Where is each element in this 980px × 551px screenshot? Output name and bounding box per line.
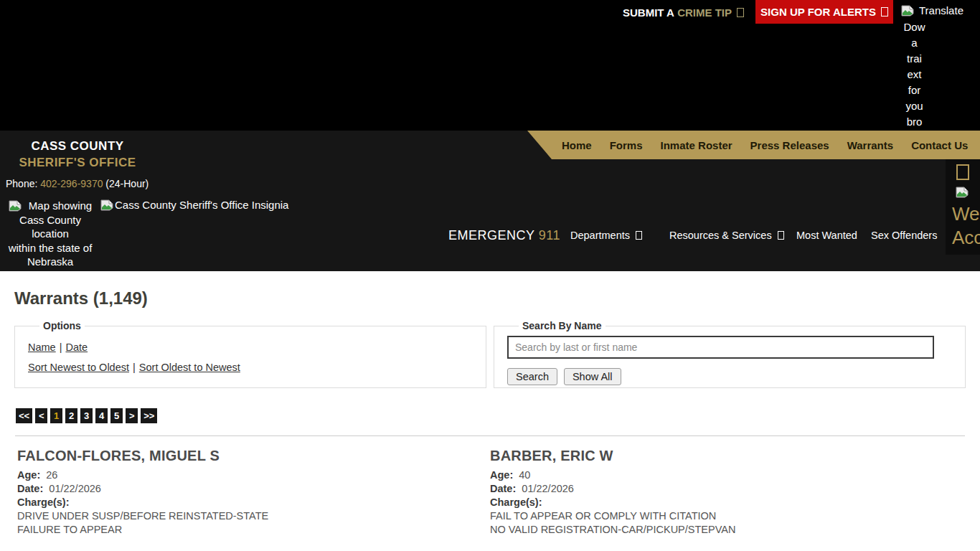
sort-field-row: Name|Date	[28, 342, 473, 353]
phone-label: Phone:	[6, 178, 37, 189]
warrant-date-row: Date: 01/22/2026	[17, 482, 490, 496]
warrant-age-row: Age: 40	[490, 468, 963, 482]
emergency-number: 911	[539, 228, 560, 242]
age-label: Age:	[17, 469, 40, 481]
translate-alt-line: ext	[901, 67, 928, 83]
translate-button[interactable]: Translate	[901, 4, 979, 17]
submit-crime-tip-prefix: SUBMIT A	[623, 6, 674, 19]
search-icon[interactable]	[956, 164, 969, 180]
submit-crime-tip-accent: CRIME TIP	[677, 6, 732, 19]
submit-crime-tip-link[interactable]: SUBMIT A CRIME TIP	[623, 6, 744, 19]
translate-alt-line: trai	[901, 51, 928, 67]
broken-image-icon	[901, 5, 914, 17]
age-label: Age:	[490, 469, 513, 481]
date-value: 01/22/2026	[522, 483, 574, 494]
warrant-charges-label-row: Charge(s):	[490, 496, 963, 509]
translate-alt-line: for	[901, 83, 928, 98]
warrant-charges-label-row: Charge(s):	[17, 496, 490, 509]
nav-item-home[interactable]: Home	[562, 139, 592, 151]
search-input[interactable]	[507, 336, 934, 359]
charge-line: NO VALID REGISTRATION-CAR/PICKUP/STEPVAN	[490, 523, 963, 537]
dropdown-caret-icon	[778, 231, 784, 240]
warrant-name: BARBER, ERIC W	[490, 448, 963, 464]
age-value: 40	[519, 469, 530, 481]
pagination-page-1[interactable]: 1	[50, 408, 62, 423]
pagination-last[interactable]: >>	[141, 408, 157, 423]
nav-item-inmate-roster[interactable]: Inmate Roster	[661, 139, 732, 151]
translate-alt-text: Dow a trai ext for you bro	[901, 19, 928, 130]
warrant-date-row: Date: 01/22/2026	[490, 482, 963, 496]
warrant-entry: FALCON-FLORES, MIGUEL S Age: 26 Date: 01…	[17, 441, 490, 537]
emergency-label: EMERGENCY	[448, 228, 534, 242]
translate-widget: Translate Dow a trai ext for you bro	[901, 4, 979, 130]
resources-label: Resources & Services	[669, 230, 772, 241]
pagination-page-4[interactable]: 4	[95, 408, 108, 423]
charge-line: FAIL TO APPEAR OR COMPLY WITH CITATION	[490, 509, 963, 523]
pagination-page-5[interactable]: 5	[110, 408, 123, 423]
warrant-name: FALCON-FLORES, MIGUEL S	[17, 448, 490, 464]
sign-up-for-alerts-button[interactable]: SIGN UP FOR ALERTS	[755, 0, 893, 24]
page: SUBMIT A CRIME TIP SIGN UP FOR ALERTS Tr…	[0, 0, 980, 551]
options-fieldset: Options Name|Date Sort Newest to Oldest|…	[14, 320, 486, 388]
sort-newest-link[interactable]: Sort Newest to Oldest	[28, 362, 129, 373]
pagination-prev[interactable]: <	[35, 408, 47, 423]
brand-county-name: CASS COUNTY	[6, 139, 149, 154]
nav-item-forms[interactable]: Forms	[610, 139, 643, 151]
translate-alt-line: you	[901, 98, 928, 114]
sort-by-name-link[interactable]: Name	[28, 342, 56, 353]
sort-by-date-link[interactable]: Date	[65, 342, 88, 353]
departments-label: Departments	[570, 230, 630, 241]
accessibility-line: Web	[952, 202, 980, 226]
charge-line: DRIVE UNDER SUSP/BEFORE REINSTATED-STATE	[17, 509, 490, 523]
dropdown-caret-icon	[636, 231, 642, 240]
web-accessibility-link[interactable]: Web Accessibility	[946, 202, 980, 250]
nav-item-warrants[interactable]: Warrants	[847, 139, 893, 151]
show-all-button[interactable]: Show All	[564, 368, 621, 385]
list-divider	[15, 435, 965, 436]
map-alt-line: Nebraska	[0, 269, 100, 283]
pagination: << < 1 2 3 4 5 > >>	[16, 408, 980, 423]
charges-label: Charge(s):	[17, 496, 70, 508]
warrant-entry: BARBER, ERIC W Age: 40 Date: 01/22/2026 …	[490, 441, 963, 537]
nav-item-resources-services[interactable]: Resources & Services	[669, 230, 784, 241]
site-brand[interactable]: CASS COUNTY SHERIFF'S OFFICE	[6, 139, 149, 170]
map-alt-line: Nebraska	[0, 255, 100, 269]
nav-item-departments[interactable]: Departments	[570, 230, 642, 241]
charges-label: Charge(s):	[490, 496, 542, 508]
map-alt-line: Map showing	[29, 199, 92, 213]
insignia-image-broken: Cass County Sheriff's Office Insignia	[100, 199, 288, 211]
date-value: 01/22/2026	[49, 483, 101, 494]
page-title: Warrants (1,149)	[14, 288, 980, 309]
external-link-icon	[737, 8, 744, 17]
sign-up-for-alerts-label: SIGN UP FOR ALERTS	[760, 6, 876, 18]
date-label: Date:	[17, 483, 43, 494]
filter-panels: Options Name|Date Sort Newest to Oldest|…	[14, 320, 966, 388]
warrant-age-row: Age: 26	[17, 468, 490, 482]
search-legend: Search By Name	[519, 320, 606, 331]
nav-item-contact-us[interactable]: Contact Us	[911, 139, 968, 151]
broken-image-icon	[9, 200, 22, 212]
map-alt-line: within the state of	[0, 241, 100, 255]
translate-label: Translate	[919, 4, 963, 17]
accessibility-panel: Web Accessibility	[946, 159, 980, 255]
site-header: SUBMIT A CRIME TIP SIGN UP FOR ALERTS Tr…	[0, 0, 980, 271]
pagination-page-2[interactable]: 2	[65, 408, 77, 423]
broken-image-icon	[956, 187, 969, 198]
age-value: 26	[46, 469, 57, 481]
translate-alt-line: bro	[901, 114, 928, 130]
pagination-first[interactable]: <<	[16, 408, 32, 423]
brand-office-name: SHERIFF'S OFFICE	[6, 156, 149, 170]
broken-image-icon	[100, 199, 113, 211]
insignia-alt-text: Cass County Sheriff's Office Insignia	[115, 199, 288, 211]
nav-item-sex-offenders[interactable]: Sex Offenders	[871, 230, 937, 241]
date-label: Date:	[490, 483, 516, 494]
map-alt-line: Cass County location	[0, 213, 100, 241]
phone-number-link[interactable]: 402-296-9370	[40, 178, 103, 189]
sort-oldest-link[interactable]: Sort Oldest to Newest	[139, 362, 240, 373]
pagination-next[interactable]: >	[126, 408, 138, 423]
nav-item-press-releases[interactable]: Press Releases	[750, 139, 829, 151]
search-button[interactable]: Search	[507, 368, 557, 385]
external-link-icon	[881, 7, 888, 17]
pagination-page-3[interactable]: 3	[80, 408, 93, 423]
nav-item-most-wanted[interactable]: Most Wanted	[796, 230, 857, 241]
